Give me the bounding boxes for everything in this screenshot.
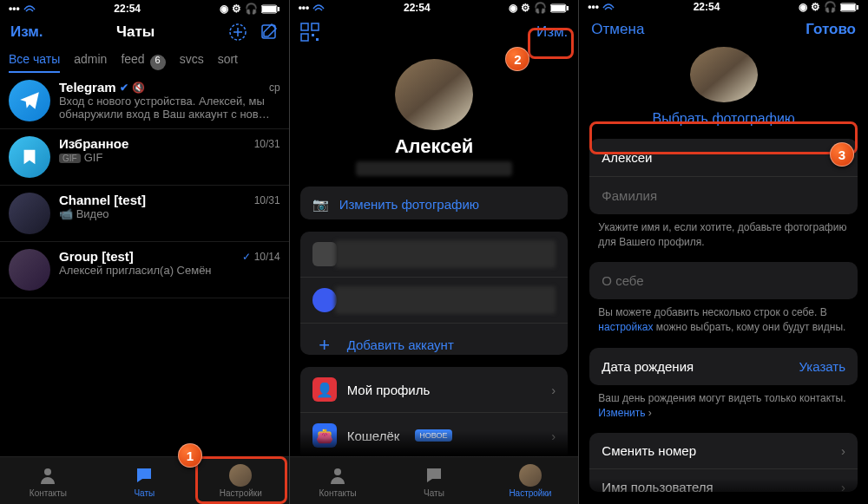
panel-settings: ••• 22:54 ◉⚙🎧 Изм. Алексей 📷Изменить фот… (290, 0, 579, 504)
status-bar: ••• 22:54 ◉⚙🎧 (290, 0, 579, 16)
svg-rect-8 (567, 6, 569, 10)
folder-svcs[interactable]: svcs (180, 52, 204, 73)
tab-bar: Контакты Чаты Настройки (290, 456, 579, 504)
folder-all[interactable]: Все чаты (9, 52, 60, 73)
svg-rect-9 (301, 23, 308, 30)
profile-avatar[interactable] (395, 59, 473, 130)
panel-edit-profile: ••• 22:54 ◉⚙🎧 Отмена Готово Выбрать фото… (579, 0, 868, 504)
svg-rect-11 (301, 34, 308, 41)
hint-name: Укажите имя и, если хотите, добавьте фот… (579, 214, 868, 256)
new-contact-icon[interactable] (228, 23, 247, 42)
svg-point-5 (44, 468, 51, 475)
svg-rect-10 (312, 23, 319, 30)
profile-avatar[interactable] (690, 47, 758, 101)
header-title: Чаты (43, 23, 228, 41)
wallet-row[interactable]: 👛КошелёкНОВОЕ› (300, 412, 569, 458)
svg-rect-13 (316, 38, 319, 41)
svg-rect-17 (857, 5, 858, 10)
svg-rect-2 (278, 7, 279, 11)
cancel-button[interactable]: Отмена (591, 21, 644, 38)
about-input[interactable]: О себе (589, 262, 858, 299)
svg-rect-7 (551, 5, 565, 11)
qr-icon[interactable] (300, 23, 319, 42)
account-row-blurred[interactable] (300, 232, 569, 277)
chats-header: Изм. Чаты (0, 17, 289, 47)
panel-chats: ••• 22:54 ◉⚙🎧 Изм. Чаты Все чаты admin f… (0, 0, 289, 504)
tab-settings[interactable]: Настройки (482, 457, 578, 504)
hint-birthday: Ваш день рождения могут видеть только ко… (579, 385, 868, 427)
svg-rect-12 (312, 34, 314, 36)
change-link[interactable]: Изменить (598, 407, 648, 419)
tab-contacts[interactable]: Контакты (290, 457, 386, 504)
account-row-blurred[interactable] (300, 277, 569, 323)
last-name-input[interactable]: Фамилия (589, 176, 858, 214)
folder-feed[interactable]: feed 6 (121, 52, 165, 73)
chat-row[interactable]: Telegram✔🔇ср Вход с нового устройства. А… (0, 73, 289, 129)
settings-link[interactable]: настройках (598, 321, 653, 333)
chat-row[interactable]: Избранное10/31 GIFGIF (0, 129, 289, 186)
status-bar: ••• 22:54 ◉⚙🎧 (0, 0, 289, 17)
svg-rect-1 (262, 6, 276, 12)
chat-row[interactable]: Channel [test]10/31 📹 Видео (0, 186, 289, 242)
profile-phone-blurred (356, 161, 512, 175)
my-profile-row[interactable]: 👤Мой профиль› (300, 367, 569, 412)
svg-rect-16 (841, 4, 855, 10)
folder-sort[interactable]: sort (218, 52, 238, 73)
tab-contacts[interactable]: Контакты (0, 457, 96, 504)
done-button[interactable]: Готово (806, 21, 856, 38)
change-photo-button[interactable]: 📷Изменить фотографию (300, 187, 569, 219)
hint-about: Вы можете добавить несколько строк о себ… (579, 299, 868, 341)
status-bar: ••• 22:54 ◉⚙🎧 (579, 0, 868, 14)
compose-icon[interactable] (260, 23, 279, 42)
change-number-row[interactable]: Сменить номер› (589, 433, 858, 468)
birthday-row[interactable]: Дата рожденияУказать (589, 348, 858, 385)
tab-chats[interactable]: Чаты (386, 457, 483, 504)
profile-name: Алексей (290, 135, 579, 158)
username-row[interactable]: Имя пользователя› (589, 468, 858, 492)
plus-icon: + (312, 334, 337, 355)
camera-icon: 📷 (312, 197, 329, 213)
folder-admin[interactable]: admin (74, 52, 107, 73)
chat-row[interactable]: Group [test]✓ 10/14 Алексей пригласил(а)… (0, 242, 289, 298)
folder-tabs: Все чаты admin feed 6 svcs sort (0, 47, 289, 73)
svg-point-14 (334, 468, 341, 475)
edit-button[interactable]: Изм. (10, 23, 43, 41)
chat-list[interactable]: Telegram✔🔇ср Вход с нового устройства. А… (0, 73, 289, 456)
add-account-button[interactable]: +Добавить аккаунт (300, 323, 569, 355)
